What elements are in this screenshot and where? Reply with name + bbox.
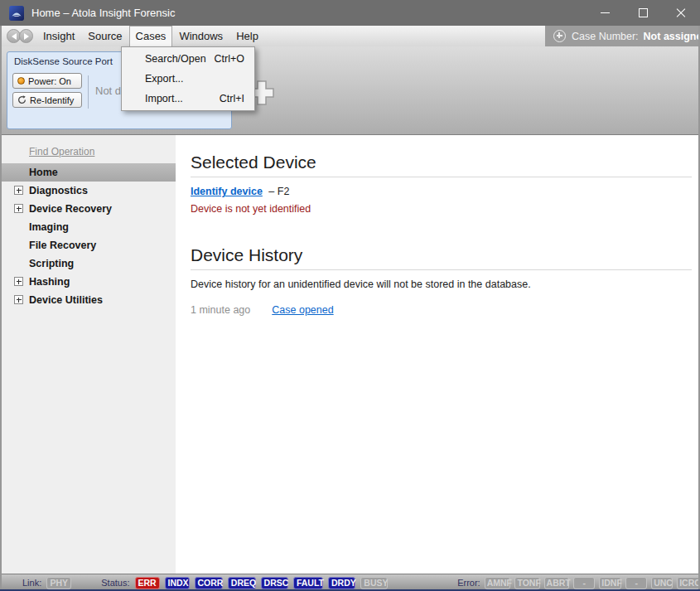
source-port-title: DiskSense Source Port: [14, 56, 113, 66]
badge-err: ERR: [135, 577, 160, 589]
sidebar-item-file-recovery[interactable]: File Recovery: [0, 236, 176, 254]
maximize-button[interactable]: [624, 0, 662, 26]
app-icon: [9, 6, 24, 21]
sidebar-item-diagnostics[interactable]: Diagnostics: [0, 182, 176, 200]
minimize-icon: [601, 12, 610, 13]
source-port-area: DiskSense Source Port Power: On Re-Ident…: [0, 46, 700, 135]
device-history-heading: Device History: [191, 245, 692, 265]
status-label: Status:: [101, 578, 129, 588]
badge-corr: CORR: [195, 577, 223, 589]
identify-device-link[interactable]: Identify device: [191, 186, 263, 197]
menu-help[interactable]: Help: [229, 26, 265, 46]
history-entry-time: 1 minute ago: [191, 304, 250, 316]
menu-insight[interactable]: Insight: [36, 26, 81, 46]
window-title: Home – Atola Insight Forensic: [31, 7, 175, 19]
find-operation-link[interactable]: Find Operation: [29, 146, 94, 157]
card-divider: [88, 75, 89, 109]
badge-drdy: DRDY: [328, 577, 355, 589]
sidebar-item-hashing[interactable]: Hashing: [0, 273, 176, 291]
sidebar-item-label: Hashing: [29, 276, 70, 288]
link-label: Link:: [22, 578, 41, 588]
expand-plus-icon[interactable]: [14, 295, 23, 304]
badge-icrc: ICRC: [677, 577, 700, 589]
menu-item-label: Export...: [145, 73, 184, 85]
badge-unc: UNC: [651, 577, 673, 589]
menu-source[interactable]: Source: [81, 26, 128, 46]
cases-dropdown-menu: Search/Open Ctrl+O Export... Import... C…: [121, 46, 255, 111]
badge-idnf: IDNF: [599, 577, 621, 589]
status-bar: Link: PHY Status: ERR INDX CORR DREQ DRS…: [0, 574, 700, 591]
history-entry-row: 1 minute ago Case opened: [191, 304, 692, 316]
sidebar-item-home[interactable]: Home: [0, 163, 176, 182]
title-bar: Home – Atola Insight Forensic: [0, 0, 700, 26]
back-icon: [12, 33, 17, 40]
close-button[interactable]: [662, 0, 700, 26]
case-number-value: Not assigned: [644, 31, 700, 42]
window-controls: [586, 0, 700, 26]
menu-windows[interactable]: Windows: [172, 26, 229, 46]
badge-dreq: DREQ: [228, 577, 256, 589]
badge-fault: FAULT: [293, 577, 323, 589]
maximize-icon: [639, 8, 648, 17]
reidentify-button[interactable]: Re-Identify: [12, 92, 82, 108]
badge-busy: BUSY: [360, 577, 388, 589]
sidebar-item-label: Scripting: [29, 258, 74, 269]
sidebar-item-label: File Recovery: [29, 240, 96, 251]
forward-button[interactable]: [19, 29, 33, 43]
menu-item-search-open[interactable]: Search/Open Ctrl+O: [122, 49, 254, 69]
history-nav: [7, 26, 36, 46]
badge-dash-1: -: [573, 577, 595, 589]
expand-plus-icon[interactable]: [14, 186, 23, 195]
badge-amnf: AMNF: [485, 577, 511, 589]
menu-bar: Insight Source Cases Windows Help Case N…: [0, 26, 700, 46]
case-opened-link[interactable]: Case opened: [272, 304, 333, 316]
menu-cases[interactable]: Cases: [129, 26, 173, 46]
sidebar-item-imaging[interactable]: Imaging: [0, 218, 176, 236]
sidebar: Find Operation Home Diagnostics Device R…: [0, 135, 176, 574]
badge-tonf: TONF: [514, 577, 539, 589]
power-button[interactable]: Power: On: [12, 73, 82, 89]
identify-device-row: Identify device – F2: [191, 186, 692, 197]
power-button-label: Power: On: [28, 76, 71, 86]
section-divider: [191, 177, 692, 177]
case-number-label: Case Number:: [572, 31, 639, 42]
identify-shortcut-text: – F2: [268, 186, 289, 197]
sidebar-item-device-utilities[interactable]: Device Utilities: [0, 291, 176, 309]
sidebar-item-label: Diagnostics: [29, 185, 88, 196]
window-border-left: [0, 26, 2, 591]
power-indicator-icon: [17, 77, 25, 85]
expand-plus-icon[interactable]: [14, 277, 23, 286]
error-label: Error:: [457, 578, 480, 588]
forward-icon: [24, 33, 29, 40]
refresh-icon: [17, 95, 27, 104]
menu-item-import[interactable]: Import... Ctrl+I: [122, 89, 254, 109]
menu-item-label: Import...: [145, 93, 183, 104]
selected-device-heading: Selected Device: [191, 153, 692, 172]
badge-drsc: DRSC: [261, 577, 288, 589]
badge-dash-2: -: [625, 577, 647, 589]
badge-phy: PHY: [46, 577, 71, 589]
sidebar-item-scripting[interactable]: Scripting: [0, 254, 176, 273]
sidebar-item-label: Imaging: [29, 221, 69, 233]
device-not-identified-warning: Device is not yet identified: [191, 203, 692, 215]
menu-item-shortcut: Ctrl+I: [220, 93, 244, 104]
sidebar-item-label: Device Recovery: [29, 203, 112, 215]
sidebar-item-label: Device Utilities: [29, 294, 103, 306]
history-note: Device history for an unidentified devic…: [191, 279, 692, 290]
badge-indx: INDX: [165, 577, 190, 589]
menu-item-export[interactable]: Export...: [122, 69, 254, 89]
sidebar-item-label: Home: [29, 167, 58, 178]
close-icon: [676, 8, 686, 18]
main-content: Selected Device Identify device – F2 Dev…: [176, 135, 700, 574]
minimize-button[interactable]: [586, 0, 624, 26]
menu-item-label: Search/Open: [145, 53, 206, 65]
menu-item-shortcut: Ctrl+O: [215, 53, 244, 65]
add-case-icon: [553, 30, 566, 42]
section-divider: [191, 269, 692, 270]
expand-plus-icon[interactable]: [14, 204, 23, 213]
case-number-box[interactable]: Case Number: Not assigned: [545, 26, 700, 46]
sidebar-item-device-recovery[interactable]: Device Recovery: [0, 200, 176, 218]
reidentify-button-label: Re-Identify: [30, 95, 74, 105]
badge-abrt: ABRT: [544, 577, 570, 589]
